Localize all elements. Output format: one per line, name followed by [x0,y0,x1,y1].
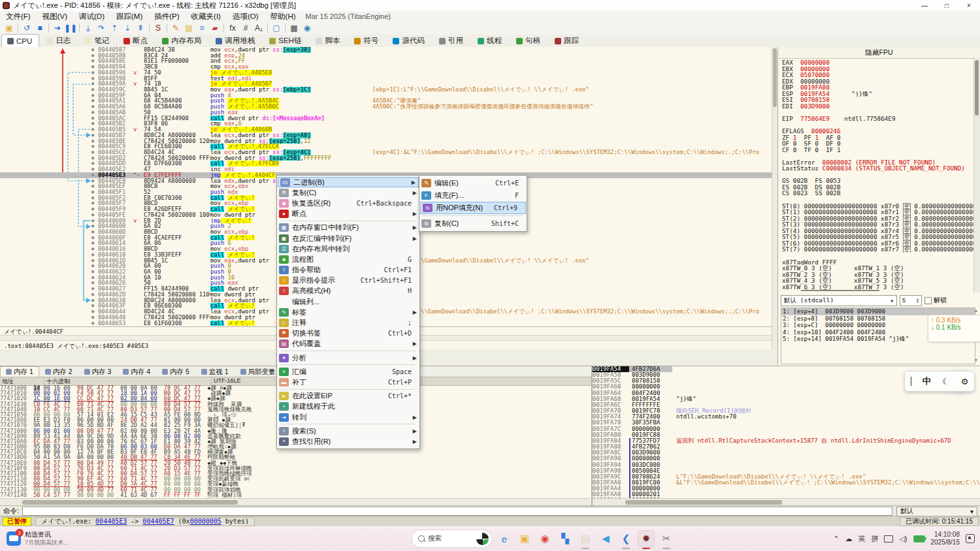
breakpoint-dot[interactable]: ● [91,81,98,87]
ime-english-indicator[interactable]: 英 [858,534,865,544]
unlock-checkbox[interactable]: 解锁 [924,296,947,305]
register-line[interactable]: x87TW_4 3 (空) x87TW_5 3 (空) [782,277,975,284]
breakpoint-dot[interactable]: ● [91,235,98,241]
tab-断点[interactable]: 断点 [118,34,155,47]
breakpoint-dot[interactable]: ● [91,178,98,184]
stepper-arrows-icon[interactable]: ▲▼ [916,298,919,303]
menu-comment[interactable]: C注释; [277,317,419,328]
assemble-icon[interactable]: ✎ [170,23,182,33]
stack-row[interactable]: 0019FA9C00708624L"F:\\GameDownload\\Disa… [593,474,980,480]
menu-analysis[interactable]: ✦分析▶ [277,353,419,363]
breakpoint-dot[interactable]: ● [91,223,98,229]
menu-search[interactable]: ⌕搜索(S)▶ [277,426,419,436]
breakpoint-dot[interactable]: ● [91,138,98,144]
breakpoint-dot[interactable]: ● [91,104,98,110]
menu-instruction-help[interactable]: ?指令帮助Ctrl+F1 [277,265,419,276]
memory-row[interactable]: 77471100 00 D4 57 77 F0 76 4C 77 80 D4 5… [0,471,591,476]
breakpoint-dot[interactable]: ● [91,315,98,321]
breakpoint-dot[interactable]: ● [91,87,98,93]
argument-line[interactable]: 1: [esp+4] 003D9000 003D9000 [781,308,975,315]
lamp-icon[interactable]: ◉ [301,23,313,33]
stack-row[interactable]: 0019FA884FB27B62 [593,444,980,450]
breakpoint-dot[interactable]: ● [91,166,98,172]
stack-row[interactable]: 0019FA6CFFFFFFFE [593,402,980,408]
back-icon[interactable]: ⇞ [135,23,146,33]
breakpoint-dot[interactable]: ● [91,47,98,53]
status-bytes-link[interactable]: 00000005 [190,518,221,525]
menubar-item[interactable]: 文件(F) [0,11,37,22]
patch-icon[interactable]: ▰ [209,23,221,33]
close-button[interactable]: × [958,0,980,11]
chinese-mode-icon[interactable]: 中 [923,375,931,387]
register-line[interactable] [782,172,975,178]
command-profile-select[interactable]: 默认▾ [896,507,977,516]
tab-脚本[interactable]: 脚本 [310,34,347,47]
menu-label[interactable]: ✎标签▶ [277,307,419,317]
menu-patch[interactable]: ▬补丁Ctrl+P [277,377,419,387]
tab-CPU[interactable]: CPU [1,34,39,47]
search-input[interactable]: 搜索 [412,529,492,548]
tab-引用[interactable]: 引用 [433,34,470,47]
menu-code-coverage[interactable]: ▤代码覆盖▶ [277,339,419,349]
breakpoint-dot[interactable]: ● [91,144,98,150]
tab-调用堆栈[interactable]: 调用堆栈 [210,34,262,47]
memory-row[interactable]: 774710D0 50 A1 5A 9A 0A 00 00 00 40 DB 4… [0,454,591,460]
menu-assemble[interactable]: ≡汇编Space [277,366,419,377]
register-line[interactable]: ESI 00708158 [782,97,975,103]
breakpoint-dot[interactable]: ● [91,252,98,258]
taskbar-telegram-icon[interactable]: ◀ [597,530,614,547]
breakpoint-dot[interactable]: ● [91,269,98,275]
breakpoint-dot[interactable]: ● [91,110,98,116]
breakpoint-dot[interactable]: ● [91,286,98,292]
breakpoint-dot[interactable]: ● [91,116,98,121]
restart-icon[interactable]: ↺ [21,23,33,33]
memory-tab-监视 1[interactable]: 监视 1 [195,366,235,377]
register-line[interactable]: CF 0 TF 0 IF 1 [782,147,975,153]
breakpoint-dot[interactable]: ● [91,246,98,252]
submenu-edit[interactable]: ✎编辑(E)Ctrl+E [419,177,527,189]
register-line[interactable]: x87TagWord FFFF [782,259,975,266]
register-line[interactable]: EAX 00000000 [782,59,975,66]
breakpoint-dot[interactable]: ● [91,133,98,138]
breakpoint-dot[interactable]: ● [91,309,98,315]
menu-find-references[interactable]: ⌖查找引用(R)▶ [277,436,419,447]
register-line[interactable]: ZF 1 PF 1 AF 0 [782,134,975,141]
calling-convention-select[interactable]: 默认 (stdcall)▾ [781,295,897,306]
register-line[interactable]: CS 0023 SS 002B [782,190,975,197]
breakpoint-dot[interactable]: ● [91,189,98,195]
attach-icon[interactable]: ≡ [196,23,208,33]
onedrive-cloud-icon[interactable]: ☁ [845,535,852,543]
register-line[interactable]: ST(0) 00000000000000000000 x87r0 空 0.000… [782,203,975,210]
memory-row[interactable]: 774710C0 04 00 00 00 12 7A 0F 8E B3 BF E… [0,449,591,454]
register-line[interactable]: ST(1) 00000000000000000000 x87r1 空 0.000… [782,209,975,215]
menu-set-eip-here[interactable]: ▸在此设置EIPCtrl+* [277,391,419,401]
register-line[interactable]: ST(6) 00000000000000000000 x87r6 空 0.000… [782,240,975,247]
breakpoint-dot[interactable]: ● [91,93,98,99]
breakpoint-dot[interactable]: ● [91,161,98,166]
execute-till-return-icon[interactable]: ⇡ [108,23,120,33]
status-address-link[interactable]: 004405E3 [95,518,127,525]
stack-row[interactable]: 0019FA800019FC88 [593,432,980,438]
menu-highlight-mode[interactable]: /高亮模式(H)H [277,286,419,296]
breakpoint-dot[interactable]: ● [91,218,98,224]
register-line[interactable]: x87TW_0 3 (空) x87TW_1 3 (空) [782,265,975,272]
news-widget[interactable]: 2 精选资讯 7月我国高技术... [0,531,137,546]
notification-center-icon[interactable] [966,534,975,543]
font-icon[interactable]: A₁ [253,23,265,33]
stop-icon[interactable]: ■ [34,23,46,33]
breakpoint-dot[interactable]: ● [91,240,98,246]
taskbar-x32dbg-icon[interactable]: ✹ [638,530,655,547]
menubar-item[interactable]: 帮助(H) [265,11,302,22]
clock[interactable]: 14:10:08 2025/8/15 [931,531,960,546]
tray-expand-icon[interactable]: ⌃ [833,535,839,543]
register-line[interactable]: EDX 00000000 [782,78,975,85]
menu-edit-columns[interactable]: 编辑列... [277,296,419,307]
menu-show-mnemonic-brief[interactable]: i显示指令提示Ctrl+Shift+F1 [277,276,419,286]
breakpoint-dot[interactable]: ● [91,292,98,298]
tab-日志[interactable]: 日志 [41,34,78,47]
taskbar-ie-icon[interactable]: e [496,530,513,547]
menubar-item[interactable]: 选项(O) [227,11,265,22]
register-line[interactable]: LastStatus C0000034 (STATUS_OBJECT_NAME_… [782,165,975,172]
battery-icon[interactable] [913,535,925,543]
breakpoint-dot[interactable]: ● [91,53,98,59]
